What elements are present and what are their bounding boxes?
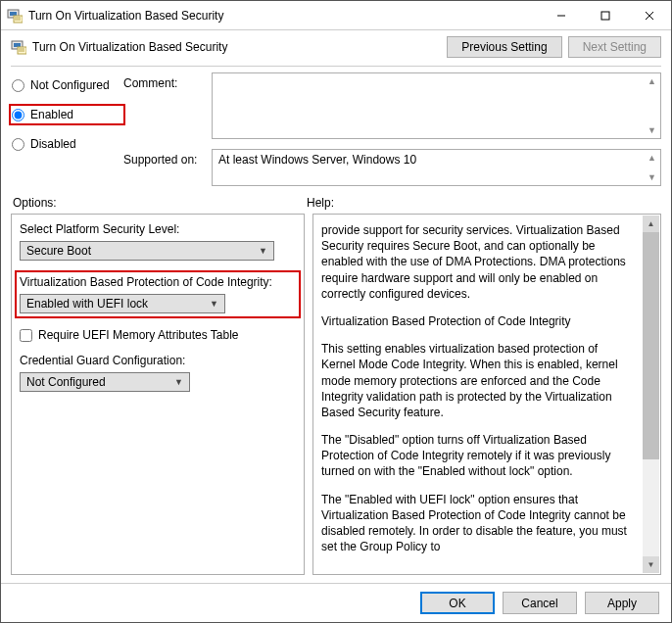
vbpci-block: Virtualization Based Protection of Code … xyxy=(17,272,299,316)
options-label: Options: xyxy=(13,196,307,210)
panel-labels: Options: Help: xyxy=(1,192,671,214)
ok-button[interactable]: OK xyxy=(420,592,495,614)
policy-icon xyxy=(11,39,26,55)
radio-not-configured[interactable]: Not Configured xyxy=(11,76,123,94)
chevron-down-icon: ▼ xyxy=(259,246,267,256)
help-paragraph: The "Enabled with UEFI lock" option ensu… xyxy=(321,492,633,555)
dialog-buttons: OK Cancel Apply xyxy=(1,583,671,622)
radio-disabled[interactable]: Disabled xyxy=(11,135,123,153)
help-paragraph: provide support for security services. V… xyxy=(321,222,633,302)
window-title: Turn On Virtualization Based Security xyxy=(28,9,539,23)
help-paragraph: This setting enables virtualization base… xyxy=(321,341,633,420)
svg-rect-1 xyxy=(10,12,17,16)
config-area: Not Configured Enabled Disabled Comment:… xyxy=(1,72,671,192)
uefi-memory-label: Require UEFI Memory Attributes Table xyxy=(38,328,239,342)
chevron-up-icon: ▲ xyxy=(648,76,656,86)
svg-rect-6 xyxy=(601,12,609,20)
help-text: provide support for security services. V… xyxy=(321,222,652,566)
apply-button[interactable]: Apply xyxy=(585,592,659,614)
close-button[interactable] xyxy=(627,1,671,30)
supported-on-value: At least Windows Server, Windows 10 xyxy=(218,153,416,167)
chevron-down-icon: ▼ xyxy=(210,299,218,309)
chevron-down-icon: ▼ xyxy=(174,377,183,387)
credential-guard-label: Credential Guard Configuration: xyxy=(20,354,296,367)
platform-security-select[interactable]: Secure Boot ▼ xyxy=(20,241,274,261)
titlebar: Turn On Virtualization Based Security xyxy=(1,1,671,30)
policy-header: Turn On Virtualization Based Security Pr… xyxy=(1,30,671,64)
vbpci-label: Virtualization Based Protection of Code … xyxy=(20,275,296,289)
policy-title: Turn On Virtualization Based Security xyxy=(32,40,227,54)
svg-rect-10 xyxy=(14,43,21,47)
supported-on-field: At least Windows Server, Windows 10 ▲ ▼ xyxy=(212,149,661,186)
scroll-down-button[interactable]: ▼ xyxy=(643,556,659,573)
previous-setting-button[interactable]: Previous Setting xyxy=(447,36,561,58)
help-paragraph: The "Disabled" option turns off Virtuali… xyxy=(321,432,633,480)
chevron-down-icon: ▼ xyxy=(648,125,656,135)
chevron-down-icon: ▼ xyxy=(648,172,656,182)
help-panel: provide support for security services. V… xyxy=(312,214,661,575)
platform-security-label: Select Platform Security Level: xyxy=(20,222,296,236)
credential-guard-value: Not Configured xyxy=(26,375,106,389)
credential-guard-select[interactable]: Not Configured ▼ xyxy=(20,372,190,392)
scroll-thumb[interactable] xyxy=(643,232,659,459)
chevron-up-icon: ▲ xyxy=(648,153,656,163)
help-paragraph: Virtualization Based Protection of Code … xyxy=(321,313,633,329)
radio-disabled-label: Disabled xyxy=(30,137,76,151)
vbpci-value: Enabled with UEFI lock xyxy=(26,297,148,311)
comment-field[interactable]: ▲ ▼ xyxy=(212,72,661,139)
help-label: Help: xyxy=(307,196,334,210)
radio-enabled[interactable]: Enabled xyxy=(11,106,123,123)
scroll-up-button[interactable]: ▲ xyxy=(643,216,659,232)
platform-security-value: Secure Boot xyxy=(26,244,91,258)
next-setting-button[interactable]: Next Setting xyxy=(568,36,661,58)
radio-enabled-label: Enabled xyxy=(30,108,73,121)
radio-not-configured-label: Not Configured xyxy=(30,78,110,92)
comment-label: Comment: xyxy=(123,72,212,139)
maximize-button[interactable] xyxy=(583,1,627,30)
cancel-button[interactable]: Cancel xyxy=(503,592,577,614)
divider xyxy=(11,66,661,67)
state-radio-group: Not Configured Enabled Disabled xyxy=(11,72,123,186)
minimize-button[interactable] xyxy=(539,1,583,30)
lower-panels: Select Platform Security Level: Secure B… xyxy=(1,214,671,583)
uefi-memory-checkbox[interactable]: Require UEFI Memory Attributes Table xyxy=(20,328,296,342)
help-scrollbar[interactable]: ▲ ▼ xyxy=(643,216,659,573)
app-icon xyxy=(7,8,23,24)
options-panel: Select Platform Security Level: Secure B… xyxy=(11,214,305,575)
vbpci-select[interactable]: Enabled with UEFI lock ▼ xyxy=(20,294,225,313)
supported-on-label: Supported on: xyxy=(123,149,212,186)
